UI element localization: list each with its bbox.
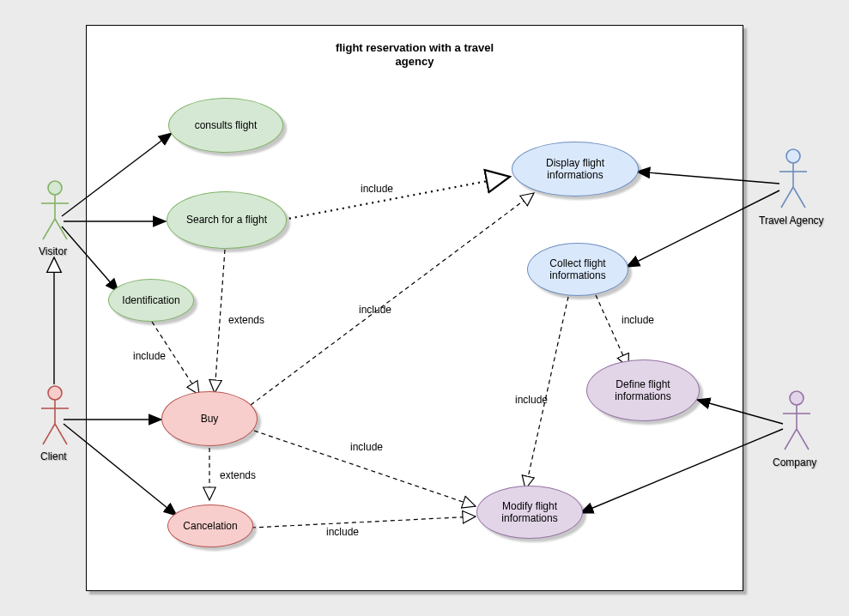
svg-point-10 bbox=[786, 149, 800, 163]
svg-line-18 bbox=[785, 429, 797, 450]
usecase-collect-info-label: Collect flight informations bbox=[549, 257, 605, 282]
label-search-display-include: include bbox=[361, 183, 393, 195]
label-buy-display-include: include bbox=[359, 304, 391, 316]
usecase-identification-label: Identification bbox=[122, 294, 179, 306]
svg-line-4 bbox=[55, 219, 67, 239]
usecase-identification: Identification bbox=[108, 279, 194, 322]
usecase-define-info: Define flight informations bbox=[586, 359, 700, 421]
usecase-search-flight-label: Search for a flight bbox=[186, 214, 267, 226]
usecase-consults-flight-label: consults flight bbox=[195, 119, 258, 131]
edge-client-cancelation bbox=[64, 424, 177, 516]
edge-company-define bbox=[697, 400, 783, 424]
usecase-consults-flight: consults flight bbox=[168, 98, 283, 153]
diagram-stage: flight reservation with a travel agency bbox=[0, 0, 849, 616]
label-buy-modify-include: include bbox=[350, 441, 383, 453]
svg-line-13 bbox=[781, 187, 793, 208]
edge-buy-display-include bbox=[251, 193, 534, 405]
edge-collect-define-include bbox=[596, 295, 628, 367]
edge-agency-display bbox=[637, 172, 779, 184]
usecase-modify-info: Modify flight informations bbox=[476, 486, 583, 539]
usecase-buy: Buy bbox=[161, 391, 258, 446]
label-collect-modify-include: include bbox=[515, 394, 548, 406]
actor-client-label: Client bbox=[40, 450, 67, 462]
actor-company-icon bbox=[781, 390, 812, 455]
edge-search-buy-extends bbox=[215, 250, 225, 393]
label-cancel-modify-include: include bbox=[326, 526, 359, 538]
actor-travel-agency-label: Travel Agency bbox=[759, 214, 824, 226]
usecase-search-flight: Search for a flight bbox=[167, 191, 287, 249]
svg-point-15 bbox=[790, 391, 804, 405]
edge-visitor-consults bbox=[62, 133, 172, 216]
actor-travel-agency-icon bbox=[778, 148, 809, 213]
label-search-buy-extends: extends bbox=[228, 314, 264, 326]
usecase-cancelation-label: Cancelation bbox=[183, 520, 237, 532]
label-collect-define-include: include bbox=[622, 314, 654, 326]
usecase-cancelation: Cancelation bbox=[167, 504, 253, 547]
label-buy-cancel-extends: extends bbox=[220, 469, 256, 481]
actor-company-label: Company bbox=[773, 456, 816, 468]
usecase-define-info-label: Define flight informations bbox=[615, 378, 670, 403]
svg-line-8 bbox=[43, 424, 55, 444]
svg-line-14 bbox=[793, 187, 805, 208]
usecase-display-info-label: Display flight informations bbox=[546, 157, 604, 182]
actor-client-icon bbox=[39, 384, 70, 450]
label-identification-buy-include: include bbox=[133, 350, 166, 362]
usecase-display-info: Display flight informations bbox=[512, 142, 639, 196]
edge-cancel-modify-include bbox=[252, 516, 476, 528]
svg-line-3 bbox=[43, 219, 55, 239]
edge-company-modify bbox=[580, 429, 783, 513]
actor-visitor-label: Visitor bbox=[39, 245, 67, 257]
edge-agency-collect bbox=[627, 190, 779, 267]
svg-line-19 bbox=[797, 429, 809, 450]
svg-line-9 bbox=[55, 424, 67, 444]
usecase-modify-info-label: Modify flight informations bbox=[501, 500, 557, 525]
actor-visitor-icon bbox=[39, 179, 70, 245]
edge-search-display-include bbox=[283, 177, 510, 220]
svg-point-0 bbox=[48, 181, 62, 195]
usecase-collect-info: Collect flight informations bbox=[527, 243, 628, 296]
usecase-buy-label: Buy bbox=[201, 413, 219, 425]
edge-collect-modify-include bbox=[525, 297, 568, 489]
svg-point-5 bbox=[48, 386, 62, 400]
